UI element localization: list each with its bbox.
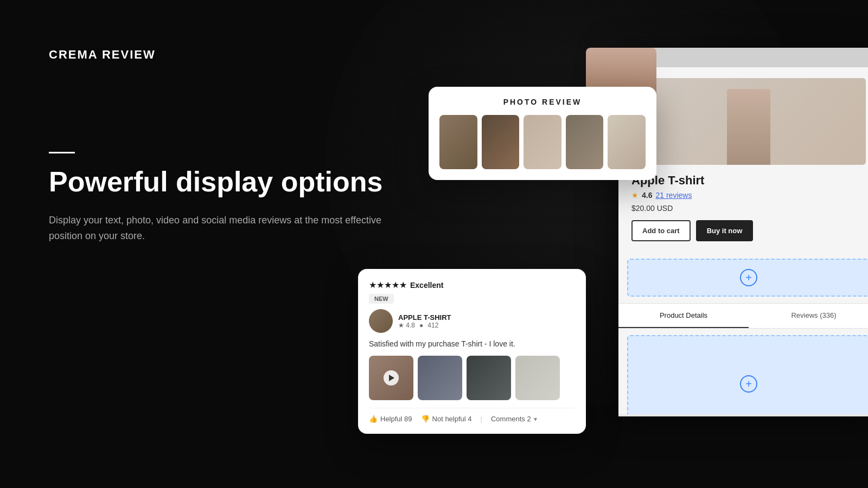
person-figure-4 (566, 115, 604, 169)
review-stars-row: ★★★★★ Excellent (369, 280, 575, 290)
person-figure-2 (482, 115, 520, 169)
photo-review-card: PHOTO REVIEW (429, 87, 656, 180)
review-stars-icon: ★★★★★ (369, 280, 407, 290)
reviews-link[interactable]: 21 reviews (655, 191, 692, 200)
sub-text: Display your text, photo, video and soci… (49, 213, 396, 244)
review-card: ★★★★★ Excellent NEW APPLE T-SHIRT ★ 4.8 … (358, 269, 586, 434)
tab-reviews[interactable]: Reviews (336) (749, 304, 868, 328)
review-photo-5 (608, 115, 646, 169)
review-photo-2 (482, 115, 520, 169)
review-photo-1 (439, 115, 477, 169)
dot-stat-icon: ● (419, 322, 423, 329)
review-photos-row (369, 356, 575, 400)
helpful-label: Helpful 89 (380, 415, 412, 423)
plus-icon-1: + (740, 269, 757, 286)
thumbs-up-icon: 👍 (369, 415, 378, 423)
reviewer-avatar (369, 309, 393, 333)
review-thumb-3[interactable] (467, 356, 511, 400)
product-price: $20.00 USD (631, 204, 866, 213)
product-rating: ★ 4.6 21 reviews (631, 191, 866, 200)
thumbs-down-icon: 👎 (421, 415, 430, 423)
comments-action[interactable]: Comments 2 ▾ (491, 415, 537, 423)
tabs-section: Product Details Reviews (336) (618, 303, 868, 329)
logo: CREMA REVIEW (49, 48, 156, 62)
review-photo-4 (566, 115, 604, 169)
review-footer: 👍 Helpful 89 👎 Not helpful 4 | Comments … (369, 408, 575, 423)
person-figure-5 (608, 115, 646, 169)
review-text: Satisfied with my purchase T-shirt - I l… (369, 339, 575, 348)
review-thumb-1[interactable] (369, 356, 413, 400)
reviewer-info: APPLE T-SHIRT ★ 4.8 ● 412 (398, 313, 575, 329)
chevron-down-icon: ▾ (534, 415, 537, 423)
comments-label: Comments 2 (491, 415, 531, 423)
product-image (631, 78, 866, 165)
plus-section-1[interactable]: + (627, 259, 868, 297)
photo-review-grid (439, 115, 646, 169)
reviewer-stats: ★ 4.8 ● 412 (398, 322, 575, 329)
not-helpful-label: Not helpful 4 (432, 415, 472, 423)
play-triangle-icon (389, 375, 394, 381)
tab-product-details[interactable]: Product Details (618, 304, 749, 328)
person-figure-1 (439, 115, 477, 169)
review-photo-3 (524, 115, 561, 169)
helpful-action[interactable]: 👍 Helpful 89 (369, 415, 412, 423)
left-content: Powerful display options Display your te… (49, 152, 396, 244)
tab-product-details-label: Product Details (660, 311, 707, 319)
add-to-cart-button[interactable]: Add to cart (631, 220, 691, 241)
new-badge: NEW (369, 294, 394, 304)
person-figure-3 (524, 115, 561, 169)
footer-separator: | (481, 415, 482, 423)
reviewer-count: 412 (427, 322, 438, 329)
product-title: Apple T-shirt (631, 174, 866, 188)
tab-reviews-label: Reviews (336) (791, 311, 836, 319)
review-thumb-4[interactable] (515, 356, 560, 400)
product-buttons: Add to cart Buy it now (631, 220, 866, 241)
plus-section-2[interactable]: + (627, 335, 868, 414)
review-header: APPLE T-SHIRT ★ 4.8 ● 412 (369, 309, 575, 333)
rating-number: 4.6 (642, 191, 652, 200)
not-helpful-action[interactable]: 👎 Not helpful 4 (421, 415, 472, 423)
reviewer-rating: ★ 4.8 (398, 322, 415, 329)
buy-now-button[interactable]: Buy it now (696, 220, 754, 241)
review-excellent-label: Excellent (410, 281, 443, 290)
reviewer-name: APPLE T-SHIRT (398, 313, 575, 322)
product-image-inner (727, 89, 770, 165)
star-icon: ★ (631, 191, 639, 200)
divider-line (49, 152, 75, 153)
plus-icon-2: + (740, 375, 757, 393)
main-heading: Powerful display options (49, 166, 396, 197)
review-thumb-2[interactable] (418, 356, 462, 400)
photo-review-title: PHOTO REVIEW (439, 98, 646, 106)
play-button[interactable] (384, 370, 399, 386)
